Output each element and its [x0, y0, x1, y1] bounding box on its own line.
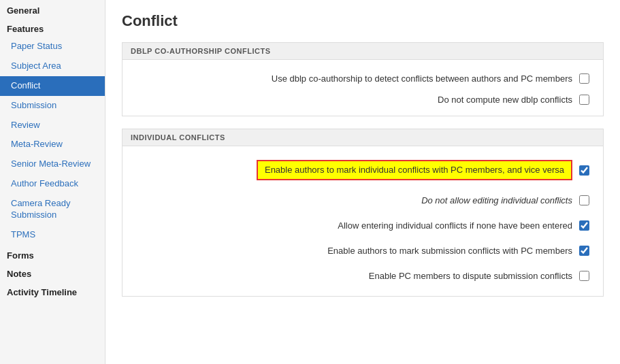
sidebar-item-conflict[interactable]: Conflict [0, 76, 105, 96]
sidebar-section-features: Features [0, 18, 105, 37]
individual-row-4-label: Enable PC members to dispute submission … [136, 271, 572, 281]
individual-section-header: INDIVIDUAL CONFLICTS [123, 129, 603, 146]
sidebar-section-activity-timeline: Activity Timeline [0, 282, 105, 300]
dblp-row-1: Use dblp co-authorship to detect conflic… [123, 68, 603, 89]
sidebar-section-forms: Forms [0, 245, 105, 263]
dblp-section-body: Use dblp co-authorship to detect conflic… [123, 60, 603, 116]
individual-row-2-checkbox[interactable] [579, 220, 589, 231]
individual-row-4: Enable PC members to dispute submission … [123, 265, 603, 286]
main-content: Conflict DBLP CO-AUTHORSHIP CONFLICTS Us… [105, 0, 620, 364]
individual-row-1-label: Do not allow editing individual conflict… [136, 195, 572, 205]
sidebar-section-notes: Notes [0, 263, 105, 282]
sidebar-item-review[interactable]: Review [0, 116, 105, 135]
sidebar-item-author-feedback[interactable]: Author Feedback [0, 174, 105, 194]
individual-row-1-checkbox[interactable] [579, 195, 589, 205]
dblp-section-header: DBLP CO-AUTHORSHIP CONFLICTS [123, 43, 603, 60]
sidebar-item-meta-review[interactable]: Meta-Review [0, 135, 105, 154]
dblp-row-2-checkbox[interactable] [579, 95, 589, 105]
individual-section: INDIVIDUAL CONFLICTS Enable authors to m… [122, 129, 604, 297]
dblp-section: DBLP CO-AUTHORSHIP CONFLICTS Use dblp co… [122, 42, 604, 116]
dblp-row-2: Do not compute new dblp conflicts [123, 89, 603, 110]
highlighted-row: Enable authors to mark individual confli… [123, 154, 603, 186]
individual-row-3-label: Enable authors to mark submission confli… [136, 246, 572, 256]
sidebar-item-subject-area[interactable]: Subject Area [0, 56, 105, 76]
sidebar: General Features Paper Status Subject Ar… [0, 0, 105, 364]
individual-row-1: Do not allow editing individual conflict… [123, 190, 603, 211]
sidebar-section-general: General [0, 0, 105, 18]
individual-row-3: Enable authors to mark submission confli… [123, 240, 603, 261]
individual-section-body: Enable authors to mark individual confli… [123, 146, 603, 296]
sidebar-item-senior-meta-review[interactable]: Senior Meta-Review [0, 154, 105, 174]
page-title: Conflict [122, 12, 604, 30]
individual-row-4-checkbox[interactable] [579, 271, 589, 281]
sidebar-item-paper-status[interactable]: Paper Status [0, 37, 105, 56]
sidebar-item-submission[interactable]: Submission [0, 96, 105, 116]
individual-row-2: Allow entering individual conflicts if n… [123, 215, 603, 236]
sidebar-item-tpms[interactable]: TPMS [0, 225, 105, 245]
individual-row-3-checkbox[interactable] [579, 246, 589, 256]
dblp-row-2-label: Do not compute new dblp conflicts [136, 95, 572, 105]
dblp-row-1-label: Use dblp co-authorship to detect conflic… [136, 73, 572, 84]
sidebar-item-camera-ready[interactable]: Camera Ready Submission [0, 194, 105, 225]
dblp-row-1-checkbox[interactable] [579, 73, 589, 84]
individual-row-2-label: Allow entering individual conflicts if n… [136, 220, 572, 231]
highlighted-checkbox[interactable] [579, 165, 589, 176]
highlight-box: Enable authors to mark individual confli… [257, 160, 572, 180]
